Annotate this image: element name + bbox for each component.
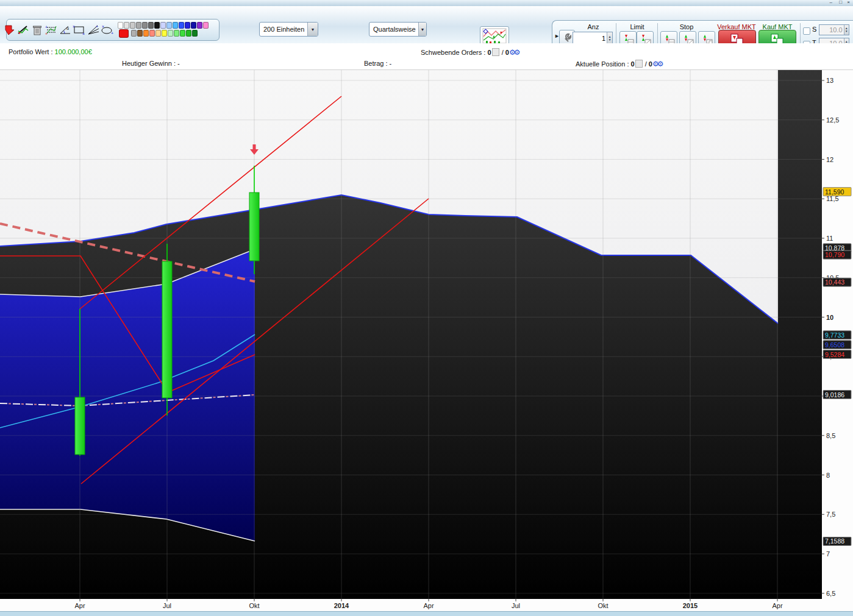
price-level-badge-text: 9,5284 — [825, 351, 844, 358]
color-swatch[interactable] — [130, 22, 135, 29]
portfolio-wert-value: 100.000,00€ — [55, 48, 92, 55]
color-swatch[interactable] — [118, 22, 123, 29]
color-swatch[interactable] — [154, 22, 160, 29]
x-tick-label: Okt — [598, 602, 608, 609]
color-swatch[interactable] — [136, 22, 141, 29]
x-tick-label: Apr — [74, 602, 85, 609]
y-tick-label: 8,5 — [826, 432, 835, 439]
stop-label: Stop — [680, 23, 694, 30]
drawing-toolbar: ++ α ×× + ×+ 200 Einheiten ▼ Quartalswei… — [0, 6, 853, 44]
rectangle-tool-icon[interactable]: ×× — [72, 22, 86, 38]
limit-label: Limit — [630, 23, 644, 30]
color-swatch[interactable] — [160, 22, 166, 29]
x-tick-label: Jul — [163, 602, 171, 609]
angle-tool-icon[interactable]: α — [58, 22, 72, 38]
color-swatch[interactable] — [131, 30, 137, 37]
price-chart-canvas[interactable]: 1312,51211,51110,5109,598,587,576,52013A… — [0, 70, 853, 616]
svg-text:+: + — [45, 25, 48, 29]
red-arrow-icon[interactable] — [2, 22, 16, 38]
selected-color-swatch[interactable] — [119, 29, 129, 38]
price-level-badge-text: 9,7733 — [825, 331, 844, 339]
orders-settings-gear-icon[interactable]: ⚙⚙ — [509, 48, 519, 57]
minimize-icon[interactable]: ‒ — [830, 0, 832, 5]
price-level-badge-text: 10,790 — [825, 251, 844, 258]
stop-distance-field: ▲▼ — [819, 24, 849, 35]
quantity-input[interactable] — [573, 35, 607, 42]
horizontal-scrollbar — [0, 611, 853, 616]
multi-trendline-icon[interactable]: ++ — [44, 22, 58, 38]
x-tick-label: Apr — [772, 602, 782, 609]
maximize-icon[interactable]: □ — [839, 0, 842, 5]
drawing-tools-group: ++ α ×× + ×+ — [6, 19, 219, 41]
color-swatch[interactable] — [203, 22, 209, 29]
color-swatch[interactable] — [173, 22, 178, 29]
close-icon[interactable]: × — [847, 0, 850, 5]
x-tick-label: Apr — [423, 602, 434, 609]
stop-distance-input — [819, 26, 844, 34]
color-swatch[interactable] — [143, 30, 149, 37]
color-swatch[interactable] — [180, 30, 185, 37]
trading-app-window: { "window": {"minimize": "‒", "maximize"… — [0, 0, 853, 616]
color-swatch[interactable] — [166, 22, 172, 29]
chevron-down-icon: ▼ — [418, 23, 426, 36]
order-list-icon[interactable] — [492, 48, 499, 56]
position-count: 0 — [631, 60, 635, 68]
period-dropdown-value: Quartalsweise — [369, 26, 418, 33]
color-swatch[interactable] — [155, 30, 161, 37]
slash: / — [645, 60, 647, 68]
x-tick-label: Okt — [249, 602, 259, 609]
draw-trendline-pencil-icon[interactable] — [16, 22, 30, 38]
candle-body — [162, 261, 172, 398]
portfolio-wert-label: Portfolio Wert : — [9, 48, 53, 55]
position-settings-gear-icon[interactable]: ⚙⚙ — [652, 60, 662, 68]
future-margin-strip — [778, 70, 822, 599]
color-swatch[interactable] — [197, 22, 202, 29]
color-swatch[interactable] — [149, 30, 155, 37]
heutiger-gewinn: Heutiger Gewinn : - — [122, 60, 180, 67]
color-swatch[interactable] — [142, 22, 148, 29]
svg-text:α: α — [66, 26, 69, 30]
slash: / — [502, 49, 504, 56]
x-tick-label: Jul — [512, 602, 520, 609]
color-swatch[interactable] — [192, 30, 198, 37]
y-tick-label: 13 — [826, 77, 833, 84]
color-swatch[interactable] — [191, 22, 196, 29]
color-swatch[interactable] — [124, 22, 129, 29]
stop-checkbox[interactable] — [803, 27, 810, 35]
spinner-arrows-icon: ▲▼ — [844, 25, 849, 35]
orders-count: 0 — [487, 49, 491, 56]
aktuelle-position-label: Aktuelle Position : — [576, 60, 629, 68]
price-chart[interactable]: 1312,51211,51110,5109,598,587,576,52013A… — [0, 70, 853, 616]
position-list-icon[interactable] — [635, 60, 643, 68]
y-tick-label: 10 — [826, 314, 833, 321]
fan-lines-tool-icon[interactable]: + — [86, 22, 100, 38]
ellipse-tool-icon[interactable]: ×+ — [100, 22, 114, 38]
svg-text:+: + — [111, 31, 113, 35]
quantity-stepper[interactable]: ▲▼ — [573, 32, 613, 44]
color-swatch[interactable] — [162, 30, 167, 37]
price-level-badge-text: 9,6508 — [825, 341, 844, 349]
chevron-down-icon: ▼ — [307, 23, 318, 36]
svg-text:×: × — [102, 24, 104, 29]
color-swatch[interactable] — [179, 22, 184, 29]
color-swatch[interactable] — [148, 22, 154, 29]
color-swatch[interactable] — [174, 30, 179, 37]
color-swatch[interactable] — [186, 30, 191, 37]
svg-text:+: + — [96, 24, 98, 29]
color-swatch[interactable] — [168, 30, 173, 37]
units-dropdown[interactable]: 200 Einheiten ▼ — [259, 22, 318, 37]
y-tick-label: 11 — [826, 235, 833, 242]
color-swatch[interactable] — [185, 22, 190, 29]
color-swatch[interactable] — [137, 30, 143, 37]
x-tick-label: 2015 — [683, 602, 698, 609]
y-tick-label: 6,5 — [826, 590, 835, 597]
period-dropdown[interactable]: Quartalsweise ▼ — [369, 22, 427, 37]
y-tick-label: 12,5 — [826, 116, 839, 124]
spinner-arrows-icon[interactable]: ▲▼ — [607, 32, 612, 44]
x-tick-label: 2014 — [334, 602, 349, 609]
candle-body — [75, 397, 85, 455]
sell-signal-arrow-icon — [253, 144, 256, 150]
s-label: S — [812, 26, 816, 33]
delete-drawing-trash-icon[interactable] — [30, 22, 44, 38]
candle-body — [249, 193, 259, 261]
